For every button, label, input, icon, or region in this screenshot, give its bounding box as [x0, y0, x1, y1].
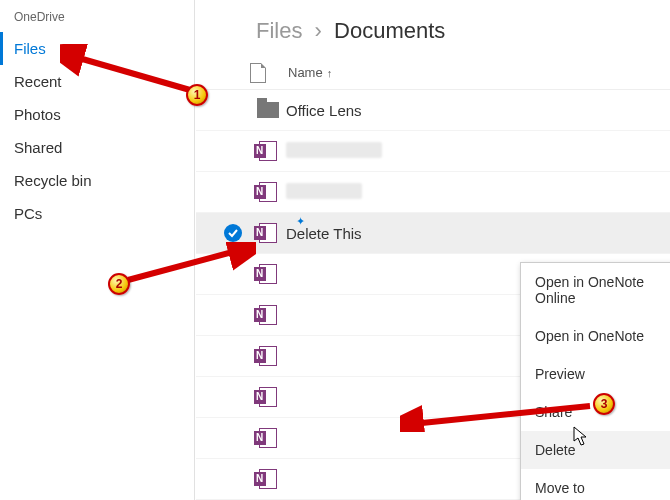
breadcrumb-root[interactable]: Files [256, 18, 302, 43]
document-type-icon[interactable] [250, 63, 266, 83]
onenote-icon [250, 182, 286, 202]
sidebar-item-shared[interactable]: Shared [0, 131, 194, 164]
file-row[interactable] [196, 131, 670, 172]
onenote-icon [250, 428, 286, 448]
column-name[interactable]: Name ↑ [288, 65, 332, 80]
menu-item-open-in-onenote-online[interactable]: Open in OneNote Online [521, 263, 670, 317]
new-indicator-icon: ✦ [296, 215, 305, 228]
onenote-icon [250, 387, 286, 407]
row-checkbox[interactable] [216, 224, 250, 242]
sort-ascending-icon: ↑ [327, 67, 333, 79]
menu-item-delete[interactable]: Delete [521, 431, 670, 469]
breadcrumb: Files › Documents [196, 0, 670, 56]
list-header: Name ↑ [196, 56, 670, 90]
file-row[interactable]: Office Lens [196, 90, 670, 131]
checkmark-icon [224, 224, 242, 242]
context-menu: Open in OneNote OnlineOpen in OneNotePre… [520, 262, 670, 500]
annotation-badge-2: 2 [108, 273, 130, 295]
annotation-arrow-3 [400, 402, 600, 432]
svg-line-1 [128, 250, 240, 280]
sidebar-item-photos[interactable]: Photos [0, 98, 194, 131]
annotation-badge-3: 3 [593, 393, 615, 415]
svg-line-2 [412, 406, 590, 424]
svg-line-0 [72, 56, 190, 90]
onenote-icon [250, 223, 286, 243]
redacted-text [286, 142, 382, 158]
breadcrumb-separator: › [309, 18, 328, 43]
sidebar-item-pcs[interactable]: PCs [0, 197, 194, 230]
redacted-text [286, 183, 362, 199]
onenote-icon [250, 346, 286, 366]
file-name[interactable] [286, 183, 362, 202]
app-title: OneDrive [0, 4, 194, 32]
file-row[interactable]: Delete This✦ [196, 213, 670, 254]
annotation-arrow-2 [122, 242, 256, 286]
file-row[interactable] [196, 172, 670, 213]
breadcrumb-current: Documents [334, 18, 445, 43]
sidebar-item-recycle-bin[interactable]: Recycle bin [0, 164, 194, 197]
annotation-badge-1: 1 [186, 84, 208, 106]
onenote-icon [250, 469, 286, 489]
annotation-arrow-1 [60, 44, 200, 100]
onenote-icon [250, 305, 286, 325]
onenote-icon [250, 141, 286, 161]
folder-icon [250, 102, 286, 118]
column-name-label: Name [288, 65, 323, 80]
file-name[interactable] [286, 142, 382, 161]
menu-item-open-in-onenote[interactable]: Open in OneNote [521, 317, 670, 355]
menu-item-move-to[interactable]: Move to [521, 469, 670, 500]
file-name[interactable]: Office Lens [286, 102, 362, 119]
menu-item-preview[interactable]: Preview [521, 355, 670, 393]
